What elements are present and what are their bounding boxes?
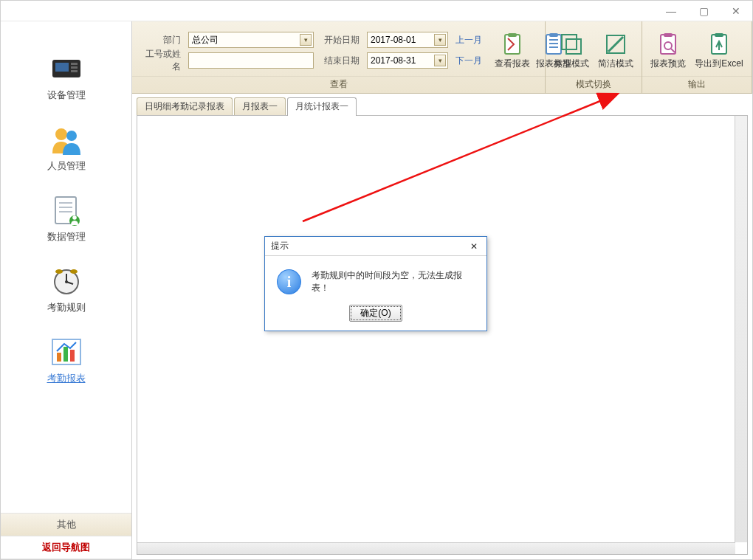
horizontal-scrollbar[interactable] — [137, 542, 735, 554]
chart-icon — [51, 338, 82, 367]
svg-rect-31 — [566, 39, 581, 54]
svg-rect-24 — [508, 33, 517, 37]
dept-label: 部门 — [138, 34, 184, 46]
dialog-title: 提示 — [271, 240, 289, 252]
export-excel-icon — [707, 32, 731, 56]
start-date-label: 开始日期 — [318, 34, 362, 46]
sidebar-item-person[interactable]: 人员管理 — [1, 118, 131, 189]
doc-tab[interactable]: 月报表一 — [234, 97, 286, 116]
end-date-input[interactable]: 2017-08-31 ▾ — [367, 52, 448, 69]
sidebar: 设备管理 人员管理 — [1, 21, 132, 559]
view-report-button[interactable]: 查看报表 — [492, 30, 532, 70]
idname-label: 工号或姓名 — [138, 48, 184, 73]
idname-input[interactable] — [188, 52, 314, 69]
svg-rect-1 — [55, 63, 69, 72]
sidebar-item-label: 数据管理 — [47, 230, 86, 243]
end-date-label: 结束日期 — [318, 55, 362, 67]
titlebar: — ▢ ✕ — [1, 1, 752, 21]
svg-rect-2 — [71, 63, 78, 65]
svg-point-5 — [55, 128, 67, 140]
sidebar-item-label: 设备管理 — [47, 89, 86, 102]
clock-icon — [51, 267, 82, 297]
sidebar-item-device[interactable]: 设备管理 — [1, 47, 131, 118]
group-caption-output: 输出 — [642, 76, 752, 93]
doc-tab[interactable]: 月统计报表一 — [287, 97, 357, 116]
sidebar-item-label: 考勤报表 — [47, 372, 86, 385]
report-canvas — [137, 115, 748, 555]
svg-rect-22 — [70, 350, 75, 362]
svg-rect-21 — [63, 347, 68, 362]
report-preview-icon — [656, 32, 680, 56]
svg-point-18 — [70, 269, 78, 274]
maximize-button[interactable]: ▢ — [687, 1, 720, 21]
chevron-down-icon: ▾ — [300, 34, 312, 46]
chevron-down-icon: ▾ — [434, 55, 446, 66]
report-preview-button[interactable]: 报表预览 — [648, 30, 688, 70]
dept-combo[interactable]: 总公司 ▾ — [188, 32, 314, 48]
alert-dialog: 提示 ✕ i 考勤规则中的时间段为空，无法生成报表！ 确定(O) — [264, 236, 487, 331]
sidebar-item-data[interactable]: 数据管理 — [1, 189, 131, 260]
simple-mode-button[interactable]: 简洁模式 — [596, 30, 636, 70]
view-report-label: 查看报表 — [495, 59, 530, 69]
simple-mode-label: 简洁模式 — [598, 59, 633, 69]
start-date-value: 2017-08-01 — [371, 35, 416, 45]
dialog-close-button[interactable]: ✕ — [466, 240, 482, 253]
svg-rect-30 — [562, 35, 577, 49]
chevron-down-icon: ▾ — [434, 34, 446, 46]
view-report-icon — [501, 32, 524, 56]
export-excel-label: 导出到Excel — [695, 59, 743, 69]
report-preview-label: 报表预览 — [650, 59, 686, 69]
standard-mode-label: 标准模式 — [554, 59, 589, 69]
standard-mode-button[interactable]: 标准模式 — [551, 30, 591, 70]
close-window-button[interactable]: ✕ — [720, 1, 752, 21]
dialog-message: 考勤规则中的时间段为空，无法生成报表！ — [312, 269, 475, 294]
people-icon — [51, 125, 82, 155]
standard-mode-icon — [560, 32, 583, 56]
doc-tab[interactable]: 日明细考勤记录报表 — [137, 97, 233, 116]
device-icon — [51, 55, 82, 84]
next-month-link[interactable]: 下一月 — [453, 53, 489, 69]
svg-rect-23 — [505, 35, 520, 54]
svg-point-6 — [66, 131, 77, 141]
sidebar-item-label: 考勤规则 — [47, 301, 86, 314]
start-date-input[interactable]: 2017-08-01 ▾ — [367, 32, 448, 48]
sidebar-item-rules[interactable]: 考勤规则 — [1, 260, 131, 331]
export-excel-button[interactable]: 导出到Excel — [692, 30, 746, 70]
ribbon: 部门 总公司 ▾ 开始日期 2017-08-01 ▾ 上一月 工号 — [132, 21, 752, 94]
sidebar-item-report[interactable]: 考勤报表 — [1, 331, 131, 401]
sidebar-other[interactable]: 其他 — [1, 514, 131, 536]
info-icon: i — [277, 269, 301, 294]
end-date-value: 2017-08-31 — [371, 55, 416, 66]
minimize-button[interactable]: — — [655, 1, 687, 21]
svg-point-12 — [72, 215, 77, 220]
document-icon — [51, 196, 82, 226]
svg-rect-3 — [71, 66, 78, 69]
svg-rect-36 — [664, 33, 673, 37]
simple-mode-icon — [604, 32, 628, 56]
sidebar-item-label: 人员管理 — [47, 159, 86, 173]
prev-month-link[interactable]: 上一月 — [453, 32, 489, 48]
document-tabs: 日明细考勤记录报表 月报表一 月统计报表一 — [132, 94, 752, 115]
svg-rect-39 — [715, 33, 723, 37]
group-caption-mode: 模式切换 — [546, 76, 642, 93]
dialog-ok-button[interactable]: 确定(O) — [349, 305, 402, 322]
svg-rect-20 — [57, 353, 61, 362]
svg-point-17 — [55, 269, 63, 274]
dept-value: 总公司 — [192, 34, 219, 46]
svg-rect-4 — [71, 70, 78, 72]
group-caption-view: 查看 — [132, 76, 545, 93]
return-nav-link[interactable]: 返回导航图 — [1, 536, 131, 559]
